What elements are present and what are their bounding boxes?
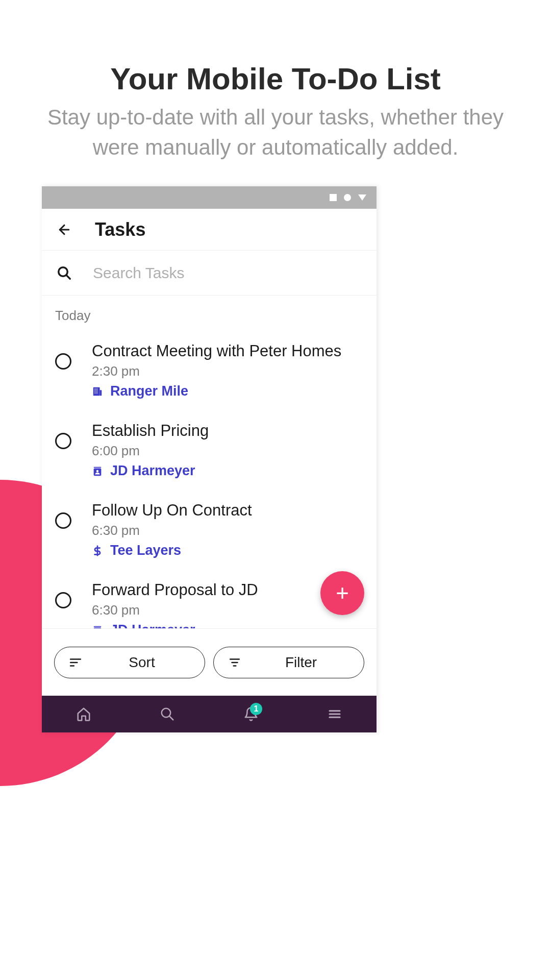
task-item[interactable]: Contract Meeting with Peter Homes 2:30 p… bbox=[42, 330, 377, 409]
nav-notifications[interactable]: 1 bbox=[236, 699, 266, 729]
task-complete-toggle[interactable] bbox=[55, 512, 71, 529]
add-task-button[interactable]: + bbox=[320, 571, 364, 615]
task-link[interactable]: Ranger Mile bbox=[92, 383, 363, 399]
nav-search[interactable] bbox=[152, 699, 183, 729]
contact-icon bbox=[92, 465, 103, 477]
plus-icon: + bbox=[336, 580, 349, 606]
task-link-label: Tee Layers bbox=[110, 543, 181, 558]
task-link[interactable]: JD Harmeyer bbox=[92, 463, 363, 479]
task-time: 6:00 pm bbox=[92, 443, 363, 459]
search-input[interactable] bbox=[93, 264, 364, 282]
dollar-icon bbox=[92, 545, 103, 556]
svg-rect-3 bbox=[93, 387, 100, 396]
task-link-label: Ranger Mile bbox=[110, 383, 188, 399]
task-link[interactable]: Tee Layers bbox=[92, 543, 363, 558]
task-complete-toggle[interactable] bbox=[55, 592, 71, 608]
building-icon bbox=[92, 386, 103, 397]
filter-icon bbox=[228, 656, 242, 669]
home-icon bbox=[76, 706, 91, 722]
hero-section: Your Mobile To-Do List Stay up-to-date w… bbox=[0, 0, 551, 193]
nav-menu[interactable] bbox=[319, 699, 350, 729]
svg-line-25 bbox=[169, 716, 173, 720]
back-button[interactable] bbox=[54, 219, 74, 240]
task-body: Establish Pricing 6:00 pm JD Harmeyer bbox=[92, 422, 363, 479]
hero-subtitle: Stay up-to-date with all your tasks, whe… bbox=[31, 103, 520, 163]
svg-rect-8 bbox=[96, 390, 97, 391]
bottom-nav: 1 bbox=[42, 696, 377, 732]
svg-rect-11 bbox=[94, 467, 102, 468]
filter-label: Filter bbox=[253, 654, 349, 671]
status-square-icon bbox=[330, 194, 337, 201]
filter-button[interactable]: Filter bbox=[213, 647, 364, 678]
status-circle-icon bbox=[344, 194, 351, 201]
status-bar bbox=[42, 186, 377, 209]
app-header: Tasks bbox=[42, 209, 377, 251]
task-time: 6:30 pm bbox=[92, 523, 363, 538]
menu-icon bbox=[327, 706, 342, 722]
svg-rect-10 bbox=[96, 392, 97, 393]
svg-rect-7 bbox=[95, 390, 96, 391]
arrow-left-icon bbox=[57, 222, 72, 237]
sort-button[interactable]: Sort bbox=[54, 647, 205, 678]
task-title: Contract Meeting with Peter Homes bbox=[92, 342, 363, 360]
nav-home[interactable] bbox=[68, 699, 99, 729]
phone-mock: Tasks Today Contract Meeting with Peter … bbox=[42, 186, 377, 732]
search-icon[interactable] bbox=[54, 263, 74, 283]
svg-rect-6 bbox=[96, 388, 97, 389]
hero-title: Your Mobile To-Do List bbox=[31, 61, 520, 96]
notification-badge: 1 bbox=[250, 703, 262, 715]
task-title: Follow Up On Contract bbox=[92, 501, 363, 520]
svg-line-2 bbox=[66, 275, 70, 279]
page-title: Tasks bbox=[95, 219, 145, 240]
task-time: 2:30 pm bbox=[92, 363, 363, 379]
section-label-today: Today bbox=[42, 296, 377, 330]
task-complete-toggle[interactable] bbox=[55, 433, 71, 449]
task-body: Follow Up On Contract 6:30 pm Tee Layers bbox=[92, 501, 363, 558]
task-item[interactable]: Follow Up On Contract 6:30 pm Tee Layers bbox=[42, 489, 377, 569]
task-time: 6:30 pm bbox=[92, 602, 363, 618]
search-icon bbox=[160, 706, 175, 722]
task-link-label: JD Harmeyer bbox=[110, 463, 195, 479]
svg-rect-5 bbox=[95, 388, 96, 389]
status-triangle-icon bbox=[358, 194, 366, 201]
bottom-actions: Sort Filter bbox=[42, 628, 377, 696]
svg-rect-15 bbox=[94, 626, 102, 627]
task-complete-toggle[interactable] bbox=[55, 353, 71, 370]
svg-point-13 bbox=[96, 470, 99, 472]
task-item[interactable]: Establish Pricing 6:00 pm JD Harmeyer bbox=[42, 409, 377, 489]
sort-icon bbox=[69, 656, 83, 669]
task-body: Contract Meeting with Peter Homes 2:30 p… bbox=[92, 342, 363, 399]
svg-rect-4 bbox=[100, 390, 102, 396]
search-bar bbox=[42, 251, 377, 296]
svg-rect-9 bbox=[95, 392, 96, 393]
task-title: Establish Pricing bbox=[92, 422, 363, 440]
sort-label: Sort bbox=[93, 654, 190, 671]
